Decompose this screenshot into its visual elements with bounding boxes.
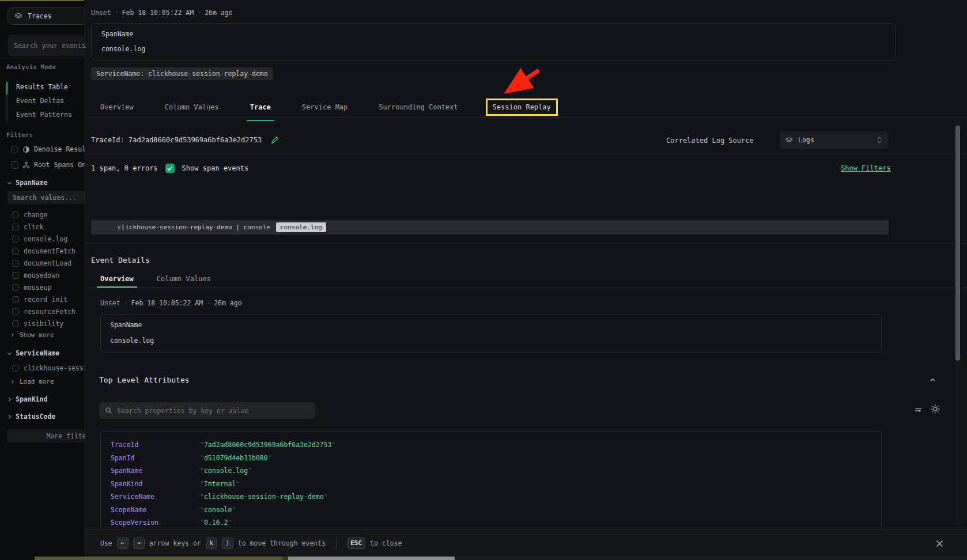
value-label: mouseup — [24, 283, 51, 292]
log-source-value: Logs — [798, 136, 871, 144]
tab-overview[interactable]: Overview — [97, 99, 137, 116]
sidebar-divider — [0, 58, 85, 58]
source-selector-traces[interactable]: Traces — [7, 7, 85, 25]
key-esc: ESC — [347, 538, 365, 549]
ed-tab-overview[interactable]: Overview — [97, 271, 137, 287]
properties-search-input[interactable] — [117, 407, 309, 415]
tab-column-values[interactable]: Column Values — [161, 99, 222, 116]
spanname-value-visibility[interactable]: visibility — [12, 320, 63, 328]
analysis-mode-heading: Analysis Mode — [6, 63, 56, 70]
servicename-filter-chip[interactable]: ServiceName: clickhouse-session-replay-d… — [91, 67, 273, 80]
value-checkbox[interactable] — [12, 272, 19, 279]
value-checkbox[interactable] — [12, 224, 19, 230]
spanname-value-console-log[interactable]: console.log — [12, 235, 67, 243]
value-checkbox[interactable] — [12, 260, 19, 267]
spanname-value-record-init[interactable]: record init — [12, 296, 67, 304]
modal-footer: Use ← → arrow keys or k j to move throug… — [85, 529, 967, 557]
tab-surrounding-context[interactable]: Surrounding Context — [375, 99, 461, 116]
tab-service-map[interactable]: Service Map — [299, 99, 351, 116]
chevron-down-icon — [6, 180, 13, 186]
spanname-card-value: console.log — [101, 45, 885, 53]
spanname-value-documentfetch[interactable]: documentFetch — [12, 247, 75, 255]
value-checkbox[interactable] — [12, 308, 19, 315]
spanname-value-change[interactable]: change — [12, 211, 48, 219]
value-checkbox[interactable] — [12, 320, 19, 327]
value-checkbox[interactable] — [12, 236, 19, 243]
attr-value[interactable]: "7ad2ad8660c9d53969a6bf6a3e2d2753" — [200, 441, 335, 449]
modal-scrollbar[interactable] — [955, 121, 961, 524]
footer-text: Use — [100, 539, 112, 547]
attr-key[interactable]: SpanKind — [111, 480, 200, 488]
collapse-chevron-up-icon[interactable] — [928, 376, 937, 384]
denoise-checkbox[interactable] — [11, 146, 18, 153]
mode-event-deltas[interactable]: Event Deltas — [6, 94, 85, 108]
spanname-value-mousedown[interactable]: mousedown — [12, 271, 59, 279]
mode-event-patterns[interactable]: Event Patterns — [6, 108, 85, 122]
statuscode-group-header[interactable]: StatusCode — [6, 413, 55, 421]
attr-key[interactable]: SpanName — [111, 467, 200, 475]
value-checkbox[interactable] — [12, 248, 19, 255]
spanname-card-value: console.log — [110, 336, 872, 345]
attr-value[interactable]: "console" — [200, 506, 236, 514]
gear-icon[interactable] — [930, 404, 940, 414]
event-search-input[interactable] — [7, 35, 85, 56]
load-more-label: Load more — [20, 378, 54, 385]
value-label: documentLoad — [24, 259, 71, 267]
attr-row-scopeversion: ScopeVersion "0.16.2" — [111, 516, 881, 529]
show-filters-link[interactable]: Show Filters — [841, 164, 891, 172]
attr-value[interactable]: "console.log" — [200, 467, 252, 475]
spanname-value-documentload[interactable]: documentLoad — [12, 259, 71, 267]
value-checkbox[interactable] — [12, 296, 19, 303]
attr-value[interactable]: "d51079d4eb11b080" — [200, 454, 272, 462]
properties-search[interactable] — [99, 402, 315, 419]
scrollbar-thumb[interactable] — [955, 126, 960, 361]
event-details-modal: Unset·Feb 18 10:05:22 AM·26m ago SpanNam… — [85, 0, 967, 560]
attr-value[interactable]: "Internal" — [200, 480, 240, 488]
servicename-load-more[interactable]: Load more — [10, 378, 54, 385]
filter-root-spans[interactable]: Root Spans Only — [11, 161, 85, 169]
value-checkbox[interactable] — [12, 284, 19, 291]
close-icon[interactable] — [933, 537, 946, 550]
attr-key[interactable]: TraceId — [111, 441, 200, 449]
spanname-value-mouseup[interactable]: mouseup — [12, 283, 51, 292]
sidebar: Traces Analysis Mode Results Table Event… — [0, 0, 85, 560]
relative-time: 26m ago — [205, 9, 232, 17]
more-filters-button[interactable]: More filters — [7, 429, 85, 442]
attr-value[interactable]: "0.16.2" — [200, 519, 232, 527]
attr-key[interactable]: ScopeName — [111, 506, 200, 514]
value-label: mousedown — [24, 271, 59, 279]
attr-key[interactable]: ScopeVersion — [111, 519, 200, 527]
servicename-group-header[interactable]: ServiceName — [6, 349, 59, 357]
spanname-show-more[interactable]: Show more — [10, 331, 54, 339]
attr-key[interactable]: SpanId — [111, 454, 200, 462]
key-j: j — [222, 538, 233, 549]
tab-trace[interactable]: Trace — [247, 99, 274, 116]
spanname-group-header[interactable]: SpanName — [6, 179, 47, 187]
divider — [85, 243, 967, 244]
attr-value[interactable]: "clickhouse-session-replay-demo" — [200, 493, 328, 501]
value-checkbox[interactable] — [12, 211, 19, 218]
key-arrow-right: → — [133, 538, 145, 549]
spankind-group-label: SpanKind — [16, 395, 47, 403]
value-checkbox[interactable] — [12, 365, 19, 372]
spanname-value-resourcefetch[interactable]: resourceFetch — [12, 308, 75, 316]
filter-denoise-results[interactable]: Denoise Results — [11, 145, 85, 153]
spanname-value-click[interactable]: click — [12, 223, 44, 231]
attr-key[interactable]: ServiceName — [111, 493, 200, 501]
search-icon — [105, 407, 112, 414]
waterfall-span-bar[interactable]: clickhouse-session-replay-demo | console… — [91, 220, 889, 234]
mode-results-table[interactable]: Results Table — [6, 81, 85, 94]
show-span-events-label[interactable]: Show span events — [182, 164, 249, 172]
spankind-group-header[interactable]: SpanKind — [6, 395, 47, 403]
edit-pencil-icon[interactable] — [271, 136, 279, 144]
key-k: k — [206, 538, 217, 549]
ed-tab-column-values[interactable]: Column Values — [153, 271, 214, 287]
root-spans-checkbox[interactable] — [11, 161, 18, 169]
show-span-events-checkbox[interactable] — [165, 164, 175, 173]
log-source-select[interactable]: Logs — [780, 131, 888, 149]
wrap-lines-icon[interactable] — [913, 405, 923, 415]
spanname-values-search-input[interactable] — [7, 191, 85, 204]
event-details-title: Event Details — [91, 256, 150, 264]
servicename-value-clickhouse[interactable]: clickhouse-session-replay-demo — [12, 364, 85, 372]
relative-time: 26m ago — [214, 299, 241, 307]
